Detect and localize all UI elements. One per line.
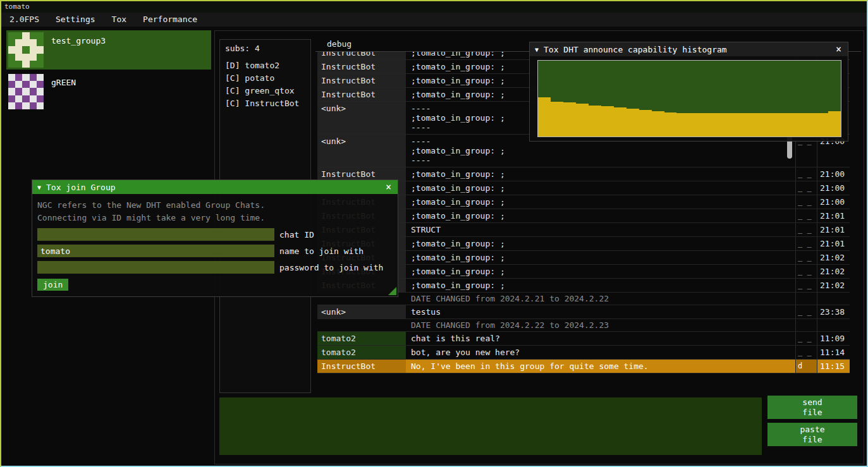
group-list: test_group3gREEN [6, 30, 211, 114]
histogram-window: ▼ Tox DHT announce capability histogram … [529, 42, 848, 142]
collapse-icon[interactable]: ▼ [535, 46, 539, 53]
timestamp-cell [817, 319, 850, 331]
message-text: ;tomato_in_group: ; [406, 181, 795, 195]
join-window-body: NGC refers to the New DHT enabled Group … [32, 194, 398, 296]
sender-cell: tomato2 [317, 346, 406, 359]
histogram-bar [676, 113, 689, 136]
histogram-bar [563, 102, 576, 136]
status-cell: _ _ [795, 209, 817, 222]
send-file-button[interactable]: send file [767, 396, 857, 419]
histogram-bar [752, 113, 765, 136]
histogram-bar [664, 112, 677, 136]
status-cell: _ _ [795, 167, 817, 181]
sub-item[interactable]: [D] tomato2 [225, 59, 305, 72]
message-text: chat is this real? [406, 332, 795, 345]
message-text: testus [406, 305, 795, 318]
histogram-bar [601, 106, 614, 136]
status-cell: _ _ [795, 265, 817, 278]
histogram-window-title: Tox DHT announce capability histogram [544, 45, 727, 54]
sender-cell [317, 319, 406, 331]
subs-count: subs: 4 [225, 44, 305, 53]
histogram-bar [576, 104, 589, 136]
sender-cell: InstructBot [317, 167, 406, 181]
join-group-window: ▼ Tox join Group × NGC refers to the New… [32, 179, 398, 297]
group-name: gREEN [51, 74, 76, 87]
histogram-bar [627, 109, 639, 136]
menu-item-performance[interactable]: Performance [135, 13, 205, 27]
histogram-bar [828, 111, 841, 136]
message-text: ;tomato_in_group: ; [406, 237, 795, 250]
message-row: <unk>testus_ _23:38 [317, 305, 850, 319]
timestamp-cell [817, 293, 850, 305]
histogram-bar [689, 113, 702, 136]
join-password-label: password to join with [279, 263, 383, 272]
message-text: DATE CHANGED from 2024.2.22 to 2024.2.23 [406, 319, 795, 331]
timestamp-cell: 21:02 [817, 279, 850, 292]
histogram-bar [765, 113, 778, 136]
timestamp-cell: 21:01 [817, 223, 850, 236]
join-description-line1: NGC refers to the New DHT enabled Group … [37, 199, 393, 212]
menu-item-tox[interactable]: Tox [104, 13, 135, 27]
sub-item[interactable]: [C] green_qtox [225, 85, 305, 97]
system-message-row: DATE CHANGED from 2024.2.22 to 2024.2.23 [317, 319, 850, 332]
join-button[interactable]: join [37, 279, 68, 291]
histogram-bar [551, 102, 563, 136]
message-text: STRUCT [406, 223, 795, 236]
sender-cell: InstructBot [317, 74, 406, 87]
histogram-bar [538, 97, 551, 136]
close-icon[interactable]: × [834, 43, 843, 56]
histogram-bar [614, 107, 627, 136]
message-text: DATE CHANGED from 2024.2.21 to 2024.2.22 [406, 293, 795, 305]
message-text: ;tomato_in_group: ; [406, 209, 795, 222]
message-text: ;tomato_in_group: ; [406, 167, 795, 181]
chat-id-row: chat ID [37, 228, 393, 241]
app-window: tomato 2.0FPSSettingsToxPerformance test… [0, 0, 868, 467]
status-cell: _ _ [795, 237, 817, 250]
histogram-bar [816, 113, 828, 136]
sender-cell: InstructBot [317, 52, 406, 59]
message-text: ;tomato_in_group: ; [406, 251, 795, 264]
group-name: test_group3 [51, 32, 106, 45]
sub-item[interactable]: [C] InstructBot [225, 97, 305, 110]
histogram-bar [727, 113, 740, 136]
tab-debug[interactable]: debug [321, 37, 358, 52]
message-input[interactable] [219, 397, 762, 455]
group-item-gREEN[interactable]: gREEN [6, 72, 211, 111]
timestamp-cell: 11:15 [817, 360, 850, 373]
join-password-input[interactable] [37, 261, 274, 274]
message-text: ;tomato_in_group: ; [406, 265, 795, 278]
status-cell [795, 293, 817, 305]
join-name-row: name to join with [37, 245, 393, 257]
collapse-icon[interactable]: ▼ [37, 184, 41, 191]
menubar: 2.0FPSSettingsToxPerformance [1, 13, 867, 27]
histogram-bar [639, 110, 652, 136]
join-description-line2: Connecting via ID might take a very long… [37, 212, 393, 224]
join-name-label: name to join with [279, 246, 364, 256]
close-icon[interactable]: × [384, 181, 393, 193]
histogram-window-titlebar[interactable]: ▼ Tox DHT announce capability histogram … [530, 42, 848, 56]
menu-item-settings[interactable]: Settings [47, 13, 104, 27]
histogram-bar [803, 113, 816, 136]
message-text: No, I've been in this group for quite so… [406, 360, 795, 373]
group-item-test_group3[interactable]: test_group3 [6, 30, 211, 70]
status-cell: _ _ [795, 195, 817, 209]
paste-file-button[interactable]: paste file [767, 423, 857, 446]
sender-cell: InstructBot [317, 88, 406, 101]
sub-item[interactable]: [C] potato [225, 72, 305, 85]
join-window-titlebar[interactable]: ▼ Tox join Group × [32, 180, 398, 194]
timestamp-cell: 21:00 [817, 167, 850, 181]
window-title: tomato [4, 3, 30, 11]
join-name-input[interactable] [37, 245, 274, 257]
chat-id-input[interactable] [37, 228, 274, 241]
status-cell: _ _ [795, 181, 817, 195]
message-row: tomato2bot, are you new here?_ _11:14 [317, 346, 850, 360]
sender-cell: InstructBot [317, 60, 406, 73]
sender-cell: <unk> [317, 135, 406, 167]
group-avatar [8, 74, 44, 109]
window-titlebar: tomato [1, 1, 867, 13]
resize-grip[interactable] [388, 287, 396, 295]
sender-cell: InstructBot [317, 360, 406, 373]
message-text: ;tomato_in_group: ; [406, 279, 795, 292]
histogram-bar [740, 113, 752, 136]
timestamp-cell: 21:00 [817, 195, 850, 209]
